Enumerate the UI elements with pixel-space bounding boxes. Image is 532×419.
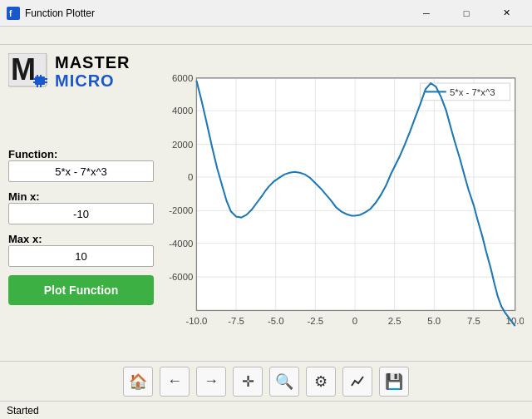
svg-rect-12 (45, 81, 47, 83)
svg-text:5.0: 5.0 (427, 316, 441, 326)
svg-rect-11 (45, 78, 47, 80)
svg-text:-4000: -4000 (169, 239, 193, 249)
window-controls: ─ □ ✕ (407, 0, 525, 27)
svg-rect-5 (37, 75, 38, 77)
svg-rect-8 (40, 85, 42, 87)
minimize-button[interactable]: ─ (407, 0, 446, 27)
svg-text:-2.5: -2.5 (308, 316, 324, 326)
toolbar: 🏠 ← → ✛ 🔍 ⚙ 💾 (0, 361, 532, 401)
forward-button[interactable]: → (196, 367, 226, 397)
logo-master-text: MASTER (55, 53, 130, 71)
close-button[interactable]: ✕ (487, 0, 525, 27)
svg-text:-2000: -2000 (169, 205, 193, 215)
svg-text:4000: 4000 (172, 106, 193, 116)
svg-text:-7.5: -7.5 (228, 316, 244, 326)
status-text: Started (7, 405, 39, 417)
svg-rect-13 (196, 78, 515, 311)
zoom-button[interactable]: 🔍 (269, 367, 299, 397)
svg-text:0: 0 (188, 172, 193, 182)
logo-icon: M (8, 53, 50, 90)
min-x-field-group: Min x: (8, 187, 154, 224)
function-input[interactable] (8, 160, 154, 182)
app-icon: f (7, 7, 20, 20)
home-button[interactable]: 🏠 (123, 367, 153, 397)
plot-icon-button[interactable] (342, 367, 372, 397)
main-content: M MASTER MICRO (0, 45, 532, 361)
svg-text:M: M (11, 53, 36, 86)
min-x-label: Min x: (8, 190, 154, 203)
svg-rect-9 (33, 78, 36, 80)
max-x-label: Max x: (8, 233, 154, 245)
svg-text:5*x - 7*x^3: 5*x - 7*x^3 (450, 87, 495, 97)
svg-text:-10.0: -10.0 (185, 316, 207, 326)
svg-text:2.5: 2.5 (388, 316, 401, 326)
svg-rect-7 (37, 85, 38, 87)
chart-container: 6000 4000 2000 0 -2000 -4000 -6000 -10.0… (162, 53, 524, 352)
logo-box: M MASTER MICRO (8, 53, 154, 90)
svg-text:7.5: 7.5 (467, 316, 480, 326)
maximize-button[interactable]: □ (447, 0, 485, 27)
status-bar: Started (0, 401, 532, 419)
menu-bar (0, 27, 532, 45)
svg-text:0: 0 (352, 316, 357, 326)
save-button[interactable]: 💾 (379, 367, 409, 397)
svg-text:-5.0: -5.0 (268, 316, 284, 326)
max-x-input[interactable] (8, 245, 154, 267)
chart-area: 6000 4000 2000 0 -2000 -4000 -6000 -10.0… (162, 53, 524, 352)
function-chart: 6000 4000 2000 0 -2000 -4000 -6000 -10.0… (162, 53, 524, 352)
left-panel: M MASTER MICRO (8, 53, 154, 352)
svg-text:-6000: -6000 (169, 272, 193, 282)
function-label: Function: (8, 148, 154, 160)
logo-area: M MASTER MICRO (8, 53, 154, 90)
svg-text:6000: 6000 (172, 73, 193, 83)
logo-text: MASTER MICRO (55, 53, 130, 90)
title-bar: f Function Plotter ─ □ ✕ (0, 0, 532, 27)
pan-button[interactable]: ✛ (233, 367, 263, 397)
plot-function-button[interactable]: Plot Function (8, 275, 154, 305)
line-chart-icon (350, 374, 365, 389)
window-title: Function Plotter (25, 7, 407, 19)
svg-rect-6 (40, 75, 42, 77)
function-field-group: Function: (8, 145, 154, 182)
svg-text:2000: 2000 (172, 140, 193, 150)
svg-rect-10 (33, 81, 36, 83)
logo-micro-text: MICRO (55, 71, 130, 90)
back-button[interactable]: ← (160, 367, 190, 397)
settings-button[interactable]: ⚙ (306, 367, 336, 397)
svg-rect-4 (35, 76, 45, 85)
min-x-input[interactable] (8, 203, 154, 224)
max-x-field-group: Max x: (8, 229, 154, 267)
